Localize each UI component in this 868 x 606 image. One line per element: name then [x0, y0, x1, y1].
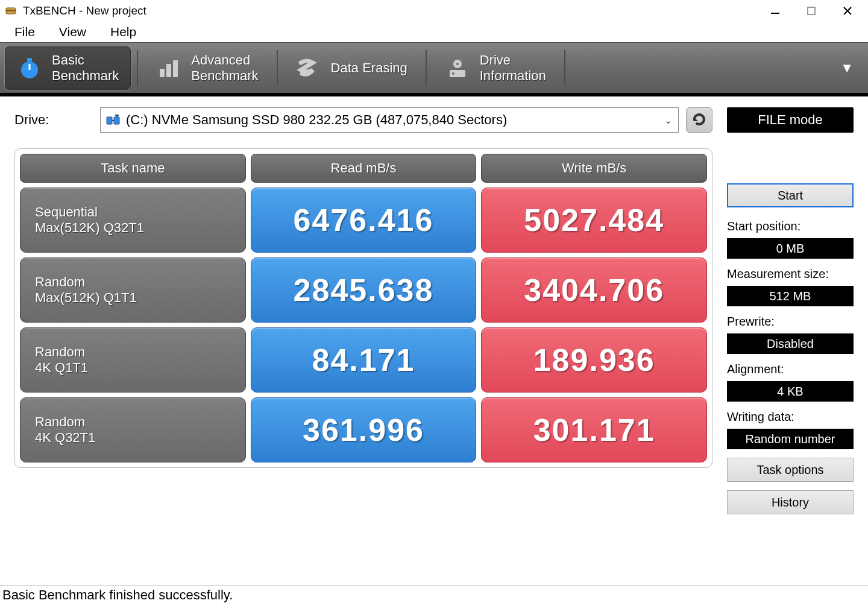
menu-view[interactable]: View: [47, 21, 98, 43]
sidebar: FILE mode Start Start position: 0 MB Mea…: [727, 107, 854, 581]
task-options-button[interactable]: Task options: [727, 458, 854, 482]
status-bar: Basic Benchmark finished successfully.: [0, 585, 868, 606]
svg-rect-15: [114, 117, 119, 124]
tab-drive-information[interactable]: Drive Information: [433, 46, 558, 90]
measurement-size-label: Measurement size:: [727, 267, 854, 281]
tab-label: Data Erasing: [331, 60, 407, 75]
writing-data-value[interactable]: Random number: [727, 429, 854, 449]
svg-rect-7: [160, 69, 165, 77]
task-line2: Max(512K) Q32T1: [35, 220, 231, 236]
close-button[interactable]: [829, 0, 866, 22]
menu-file[interactable]: File: [2, 21, 47, 43]
prewrite-value[interactable]: Disabled: [727, 333, 854, 354]
read-value: 6476.416: [251, 188, 477, 253]
refresh-button[interactable]: [686, 107, 712, 133]
alignment-value[interactable]: 4 KB: [727, 381, 854, 402]
tab-label: Drive: [480, 52, 546, 68]
tab-label: Basic: [52, 52, 119, 68]
minimize-button[interactable]: [757, 0, 793, 22]
task-line2: 4K Q1T1: [35, 360, 231, 376]
write-value: 301.171: [481, 397, 707, 462]
writing-data-label: Writing data:: [727, 410, 854, 424]
tab-separator: [426, 50, 427, 86]
write-value: 189.936: [481, 327, 707, 393]
stopwatch-icon: [17, 55, 42, 81]
svg-rect-1: [6, 10, 16, 11]
header-read: Read mB/s: [251, 154, 477, 183]
alignment-label: Alignment:: [727, 362, 854, 376]
task-line1: Random: [35, 274, 231, 290]
tab-label: Advanced: [191, 52, 258, 68]
tab-overflow-dropdown[interactable]: ▼: [831, 60, 863, 76]
tab-separator: [277, 50, 278, 86]
svg-rect-3: [808, 7, 815, 14]
read-value: 2845.638: [251, 257, 477, 323]
task-line1: Sequential: [35, 204, 231, 220]
menu-bar: File View Help: [0, 22, 868, 42]
svg-rect-2: [771, 13, 779, 14]
erase-icon: [296, 55, 321, 81]
write-value: 5027.484: [481, 188, 707, 253]
svg-point-12: [456, 63, 459, 65]
maximize-button[interactable]: [793, 0, 829, 22]
task-cell[interactable]: Sequential Max(512K) Q32T1: [20, 188, 246, 253]
benchmark-table: Task name Sequential Max(512K) Q32T1 Ran…: [14, 148, 712, 468]
tab-separator: [564, 50, 565, 86]
window-title: TxBENCH - New project: [23, 4, 146, 17]
header-task: Task name: [20, 154, 246, 183]
app-icon: [5, 5, 17, 17]
tab-data-erasing[interactable]: Data Erasing: [284, 46, 420, 90]
svg-rect-10: [450, 70, 465, 77]
task-line1: Random: [35, 414, 231, 430]
title-bar: TxBENCH - New project: [0, 0, 868, 22]
svg-point-13: [452, 72, 454, 75]
file-mode-button[interactable]: FILE mode: [727, 107, 854, 133]
task-line1: Random: [35, 344, 231, 360]
start-button[interactable]: Start: [727, 183, 854, 207]
drive-icon: [445, 55, 470, 81]
task-cell[interactable]: Random Max(512K) Q1T1: [20, 257, 246, 323]
svg-rect-8: [166, 64, 171, 77]
refresh-icon: [691, 112, 708, 128]
read-value: 84.171: [251, 327, 477, 393]
read-value: 361.996: [251, 397, 477, 462]
task-cell[interactable]: Random 4K Q1T1: [20, 327, 246, 393]
svg-rect-5: [27, 58, 32, 62]
chevron-down-icon: ⌄: [664, 115, 672, 126]
task-line2: 4K Q32T1: [35, 430, 231, 446]
measurement-size-value[interactable]: 512 MB: [727, 286, 854, 306]
task-line2: Max(512K) Q1T1: [35, 290, 231, 306]
tab-label: Benchmark: [52, 68, 119, 83]
bar-chart-icon: [156, 55, 181, 81]
history-button[interactable]: History: [727, 490, 854, 514]
start-position-value[interactable]: 0 MB: [727, 238, 854, 259]
tab-advanced-benchmark[interactable]: Advanced Benchmark: [144, 46, 270, 90]
drive-label: Drive:: [14, 112, 93, 128]
svg-rect-9: [173, 60, 178, 77]
tab-basic-benchmark[interactable]: Basic Benchmark: [5, 46, 131, 90]
prewrite-label: Prewrite:: [727, 315, 854, 329]
drive-select[interactable]: (C:) NVMe Samsung SSD 980 232.25 GB (487…: [100, 107, 679, 133]
drive-icon: [105, 113, 121, 127]
header-write: Write mB/s: [481, 154, 707, 183]
start-position-label: Start position:: [727, 219, 854, 233]
tab-separator: [137, 50, 138, 86]
svg-rect-14: [107, 117, 112, 124]
write-value: 3404.706: [481, 257, 707, 323]
task-cell[interactable]: Random 4K Q32T1: [20, 397, 246, 462]
tab-label: Information: [480, 68, 546, 83]
tab-label: Benchmark: [191, 68, 258, 83]
tab-bar: Basic Benchmark Advanced Benchmark Data …: [0, 42, 868, 96]
drive-value: (C:) NVMe Samsung SSD 980 232.25 GB (487…: [126, 112, 507, 128]
menu-help[interactable]: Help: [98, 21, 148, 43]
